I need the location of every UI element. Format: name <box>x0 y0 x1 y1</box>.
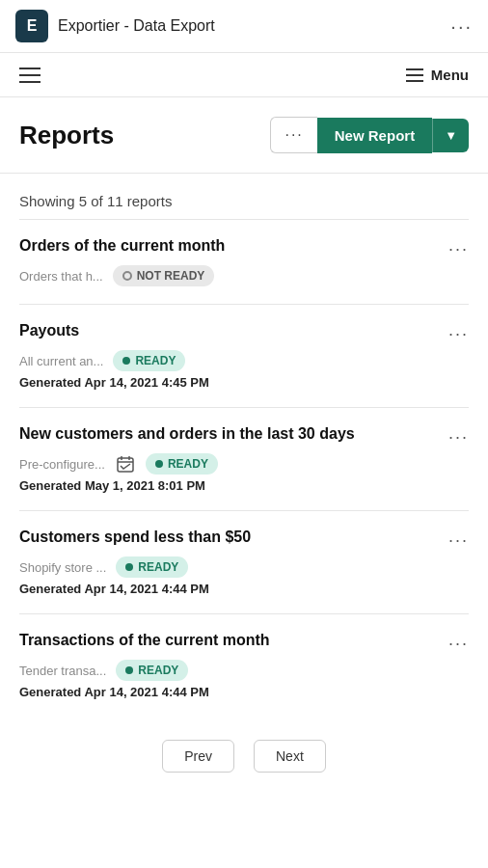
report-options-button[interactable]: ··· <box>448 322 469 344</box>
report-desc: Shopify store ... <box>19 560 106 575</box>
status-dot <box>125 563 133 571</box>
report-options-button[interactable]: ··· <box>448 425 469 448</box>
menu-lines-icon <box>406 68 423 82</box>
header-actions: ··· New Report ▼ <box>270 117 469 153</box>
report-desc: Orders that h... <box>19 269 103 284</box>
new-report-button[interactable]: New Report <box>317 118 432 153</box>
status-label: NOT READY <box>137 269 205 283</box>
report-item: Orders of the current month ··· Orders t… <box>19 219 469 304</box>
pagination: Prev Next <box>0 717 488 801</box>
report-name: Transactions of the current month <box>19 632 448 649</box>
top-bar-ellipsis-button[interactable]: ··· <box>450 15 473 38</box>
more-options-button[interactable]: ··· <box>270 117 316 153</box>
status-dot <box>155 460 163 468</box>
report-generated: Generated May 1, 2021 8:01 PM <box>19 478 469 493</box>
report-options-button[interactable]: ··· <box>448 237 469 259</box>
status-dot <box>125 666 133 674</box>
status-badge: READY <box>116 556 188 578</box>
status-label: READY <box>138 560 178 574</box>
status-dot <box>122 271 132 281</box>
prev-page-button[interactable]: Prev <box>162 740 234 773</box>
report-item-header: Customers spend less than $50 ··· <box>19 529 469 551</box>
report-meta: All current an... READY <box>19 350 469 371</box>
report-name: Orders of the current month <box>19 237 448 255</box>
new-report-dropdown-button[interactable]: ▼ <box>432 119 469 152</box>
reports-count: Showing 5 of 11 reports <box>0 174 488 219</box>
top-bar-left: E Exportier - Data Export <box>15 10 215 42</box>
menu-button[interactable]: Menu <box>406 67 469 83</box>
chevron-down-icon: ▼ <box>445 128 457 143</box>
report-item: Transactions of the current month ··· Te… <box>19 613 469 717</box>
report-meta: Tender transa... READY <box>19 660 469 681</box>
report-item: New customers and orders in the last 30 … <box>19 407 469 510</box>
status-label: READY <box>135 354 176 367</box>
report-name: Payouts <box>19 322 448 339</box>
status-badge: NOT READY <box>113 265 215 286</box>
report-meta: Pre-configure... READY <box>19 453 469 475</box>
report-item-header: Payouts ··· <box>19 322 469 344</box>
report-list: Orders of the current month ··· Orders t… <box>0 219 488 717</box>
app-title: Exportier - Data Export <box>58 17 215 35</box>
report-name: New customers and orders in the last 30 … <box>19 425 448 443</box>
report-generated: Generated Apr 14, 2021 4:44 PM <box>19 582 469 596</box>
status-dot <box>122 357 130 365</box>
nav-bar: Menu <box>0 53 488 97</box>
report-desc: Tender transa... <box>19 664 106 678</box>
calendar-icon <box>115 453 136 475</box>
app-icon: E <box>15 10 48 42</box>
report-generated: Generated Apr 14, 2021 4:44 PM <box>19 685 469 699</box>
status-badge: READY <box>146 453 218 475</box>
report-options-button[interactable]: ··· <box>448 632 469 654</box>
page-title: Reports <box>19 121 114 150</box>
page-header: Reports ··· New Report ▼ <box>0 97 488 174</box>
report-item-header: Orders of the current month ··· <box>19 237 469 259</box>
report-meta: Orders that h... NOT READY <box>19 265 469 286</box>
status-badge: READY <box>113 350 185 371</box>
report-desc: Pre-configure... <box>19 457 105 472</box>
report-meta: Shopify store ... READY <box>19 556 469 578</box>
status-label: READY <box>168 457 208 471</box>
report-item-header: New customers and orders in the last 30 … <box>19 425 469 448</box>
report-name: Customers spend less than $50 <box>19 529 448 546</box>
report-generated: Generated Apr 14, 2021 4:45 PM <box>19 375 469 390</box>
top-bar: E Exportier - Data Export ··· <box>0 0 488 53</box>
status-label: READY <box>138 664 178 677</box>
report-item: Customers spend less than $50 ··· Shopif… <box>19 510 469 613</box>
hamburger-menu-icon[interactable] <box>19 68 41 83</box>
report-item: Payouts ··· All current an... READY Gene… <box>19 304 469 407</box>
next-page-button[interactable]: Next <box>254 740 326 773</box>
report-item-header: Transactions of the current month ··· <box>19 632 469 654</box>
report-desc: All current an... <box>19 354 103 368</box>
report-options-button[interactable]: ··· <box>448 529 469 551</box>
status-badge: READY <box>116 660 188 681</box>
svg-rect-0 <box>118 458 133 472</box>
